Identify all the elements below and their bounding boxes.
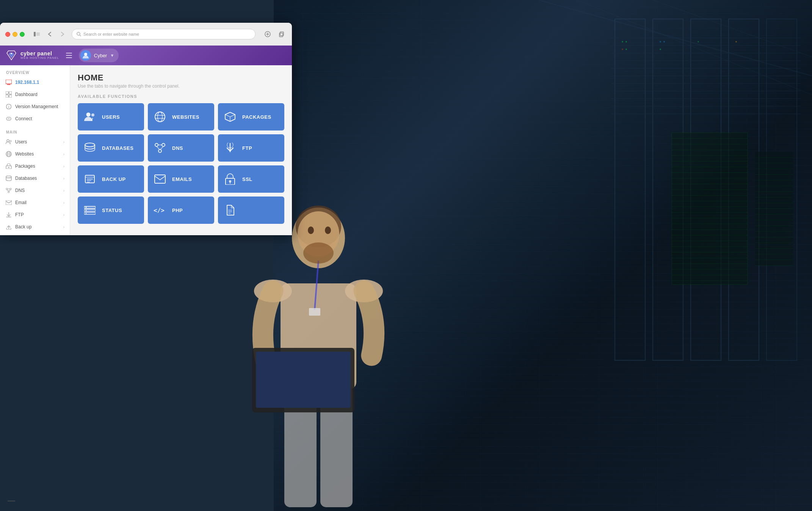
logo-text: cyber panel WEB HOSTING PANEL — [20, 51, 59, 60]
sidebar-arrow: › — [63, 225, 64, 229]
search-icon — [77, 32, 81, 36]
close-button[interactable] — [5, 32, 10, 37]
sidebar-item-dns[interactable]: DNS › — [0, 184, 70, 197]
new-tab-button[interactable] — [262, 29, 273, 39]
function-card-databases[interactable]: DATABASES — [78, 134, 144, 162]
svg-point-156 — [86, 207, 87, 208]
svg-point-107 — [10, 140, 11, 142]
packages-fn-icon — [223, 110, 237, 124]
function-card-packages[interactable]: PACKAGES — [218, 103, 284, 131]
svg-point-18 — [622, 49, 623, 50]
forward-button[interactable] — [57, 29, 68, 39]
sidebar-websites-label: Websites — [15, 151, 60, 157]
svg-point-19 — [625, 49, 627, 50]
maximize-button[interactable] — [20, 32, 25, 37]
svg-point-22 — [660, 49, 661, 50]
database-sidebar-icon — [5, 175, 12, 182]
svg-rect-147 — [87, 180, 91, 181]
function-card-emails[interactable]: EMAILS — [148, 165, 214, 193]
function-card-ftp[interactable]: FTP — [218, 134, 284, 162]
user-avatar — [80, 50, 91, 61]
function-label-ssl: SSL — [242, 176, 252, 182]
sidebar-arrow: › — [63, 164, 64, 168]
backup-sidebar-icon — [5, 223, 12, 230]
function-card-backup[interactable]: BACK UP — [78, 165, 144, 193]
sidebar-item-email[interactable]: Email › — [0, 197, 70, 209]
sidebar-item-ip[interactable]: 192.168.1.1 — [0, 76, 70, 88]
sidebar-item-ftp[interactable]: FTP › — [0, 209, 70, 221]
sidebar-toggle-btn[interactable] — [31, 29, 42, 39]
users-sidebar-icon — [5, 138, 12, 145]
function-label-ftp: FTP — [242, 145, 252, 151]
function-card-users[interactable]: USERS — [78, 103, 144, 131]
svg-line-121 — [7, 190, 9, 191]
svg-point-23 — [698, 41, 699, 42]
cyberpanel-app: cyber panel WEB HOSTING PANEL Cyber ▼ OV… — [0, 46, 292, 235]
svg-point-109 — [8, 151, 10, 157]
back-button[interactable] — [44, 29, 55, 39]
svg-point-91 — [11, 53, 12, 54]
link-icon — [5, 115, 12, 122]
svg-point-119 — [8, 191, 9, 193]
dns-fn-icon — [153, 141, 167, 155]
sidebar-item-backup[interactable]: Back up › — [0, 221, 70, 233]
status-bar: — — [8, 496, 15, 505]
svg-rect-148 — [87, 182, 90, 182]
sidebar-arrow: › — [63, 189, 64, 193]
browser-nav-icons — [31, 29, 68, 39]
function-card-file[interactable] — [218, 197, 284, 224]
function-card-websites[interactable]: WEBSITES — [148, 103, 214, 131]
function-label-status: STATUS — [102, 208, 122, 213]
logo-icon — [5, 49, 17, 61]
sidebar-item-ssl[interactable]: SSL › — [0, 233, 70, 235]
svg-point-118 — [10, 188, 11, 190]
svg-point-130 — [158, 112, 163, 122]
function-label-packages: PACKAGES — [242, 114, 271, 120]
function-card-dns[interactable]: DNS — [148, 134, 214, 162]
top-navbar: cyber panel WEB HOSTING PANEL Cyber ▼ — [0, 46, 292, 65]
browser-window: Search or enter website name cybe — [0, 23, 292, 235]
sidebar-item-version[interactable]: i Version Management — [0, 101, 70, 113]
function-card-status[interactable]: STATUS — [78, 197, 144, 224]
svg-point-108 — [6, 151, 11, 157]
sidebar-version-label: Version Management — [15, 104, 64, 109]
function-card-ssl[interactable]: SSL — [218, 165, 284, 193]
function-label-php: PHP — [172, 208, 183, 213]
svg-rect-80 — [36, 34, 40, 35]
svg-line-133 — [225, 115, 230, 117]
sidebar-item-websites[interactable]: Websites › — [0, 148, 70, 160]
svg-line-83 — [80, 35, 81, 36]
minimize-button[interactable] — [13, 32, 17, 37]
status-fn-icon — [83, 203, 97, 217]
sidebar-item-databases[interactable]: Databases › — [0, 172, 70, 184]
php-fn-icon: </> — [153, 203, 167, 217]
sidebar-databases-label: Databases — [15, 176, 60, 181]
address-bar[interactable]: Search or enter website name — [72, 29, 256, 39]
sidebar-item-dashboard[interactable]: Dashboard — [0, 88, 70, 101]
svg-rect-93 — [66, 55, 72, 56]
svg-line-75 — [577, 0, 812, 95]
ssl-fn-icon — [223, 172, 237, 186]
copy-button[interactable] — [276, 29, 287, 39]
browser-chrome: Search or enter website name — [0, 23, 292, 46]
svg-point-115 — [6, 176, 11, 178]
sidebar-item-packages[interactable]: Packages › — [0, 160, 70, 172]
sidebar-item-connect[interactable]: Connect — [0, 113, 70, 125]
svg-point-129 — [155, 112, 165, 122]
svg-point-138 — [162, 143, 165, 146]
address-text: Search or enter website name — [83, 32, 139, 36]
ftp-sidebar-icon — [5, 211, 12, 218]
sidebar-arrow: › — [63, 213, 64, 217]
package-sidebar-icon — [5, 163, 12, 170]
svg-rect-81 — [36, 35, 40, 36]
svg-point-82 — [77, 32, 80, 35]
svg-point-157 — [86, 210, 87, 211]
svg-point-128 — [91, 113, 94, 116]
svg-text:i: i — [8, 105, 9, 109]
sidebar-item-users[interactable]: Users › — [0, 136, 70, 148]
nav-toggle-button[interactable] — [64, 51, 74, 60]
backup-fn-icon — [83, 172, 97, 186]
monitor-icon — [5, 79, 12, 86]
function-card-php[interactable]: </> PHP — [148, 197, 214, 224]
user-menu[interactable]: Cyber ▼ — [79, 49, 119, 62]
